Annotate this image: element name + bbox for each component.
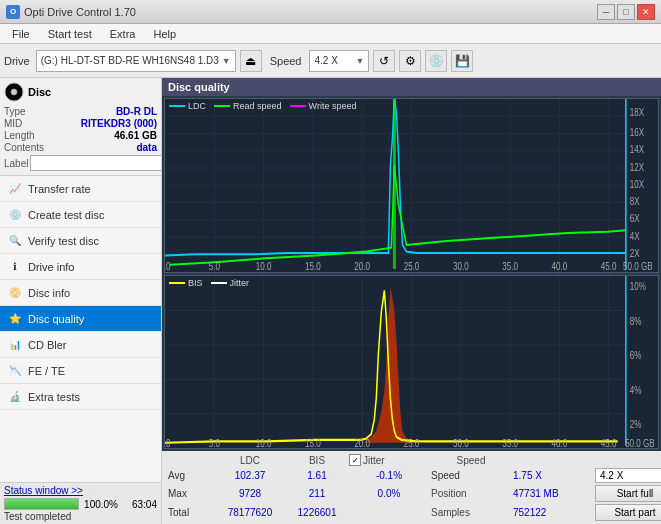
nav-verify-test-disc[interactable]: 🔍 Verify test disc: [0, 228, 161, 254]
eject-button[interactable]: ⏏: [240, 50, 262, 72]
close-button[interactable]: ✕: [637, 4, 655, 20]
disc-type-value: BD-R DL: [116, 106, 157, 117]
status-window-link[interactable]: Status window >>: [4, 485, 83, 496]
disc-section-icon: [4, 82, 24, 102]
svg-text:40.0: 40.0: [552, 436, 568, 448]
disc-label-input[interactable]: [30, 155, 162, 171]
charts-container: LDC Read speed Write speed: [162, 96, 661, 451]
verify-test-disc-icon: 🔍: [8, 234, 22, 248]
avg-jitter-value: -0.1%: [349, 470, 429, 481]
nav-extra-tests[interactable]: 🔬 Extra tests: [0, 384, 161, 410]
jitter-legend-label: Jitter: [230, 278, 250, 288]
nav-cd-bler-label: CD Bler: [28, 339, 67, 351]
speed-select[interactable]: 4.2 X ▼: [309, 50, 369, 72]
nav-extra-tests-label: Extra tests: [28, 391, 80, 403]
top-chart-svg: 18X 16X 14X 12X 10X 8X 6X 4X 2X 9000 800…: [165, 99, 658, 272]
nav-verify-test-disc-label: Verify test disc: [28, 235, 99, 247]
svg-text:10.0: 10.0: [256, 436, 272, 448]
drive-info-icon: ℹ: [8, 260, 22, 274]
svg-text:4%: 4%: [630, 383, 642, 396]
disc-mid-row: MID RITEKDR3 (000): [4, 118, 157, 129]
bis-legend-color: [169, 282, 185, 284]
bis-header: BIS: [287, 455, 347, 466]
completed-text: Test completed: [4, 511, 157, 522]
start-part-button[interactable]: Start part: [595, 504, 661, 521]
max-jitter-value: 0.0%: [349, 488, 429, 499]
nav-transfer-rate[interactable]: 📈 Transfer rate: [0, 176, 161, 202]
menu-file[interactable]: File: [4, 26, 38, 42]
disc-mid-value: RITEKDR3 (000): [81, 118, 157, 129]
svg-text:15.0: 15.0: [305, 436, 321, 448]
progress-bar-inner: [5, 499, 78, 509]
nav-cd-bler[interactable]: 📊 CD Bler: [0, 332, 161, 358]
nav-disc-info[interactable]: 📀 Disc info: [0, 280, 161, 306]
ldc-legend-color: [169, 105, 185, 107]
chart-header: Disc quality: [162, 78, 661, 96]
position-value: 47731 MB: [513, 488, 593, 499]
maximize-button[interactable]: □: [617, 4, 635, 20]
svg-text:5.0: 5.0: [209, 436, 221, 448]
jitter-checkbox[interactable]: ✓: [349, 454, 361, 466]
nav-create-test-disc[interactable]: 💿 Create test disc: [0, 202, 161, 228]
disc-length-value: 46.61 GB: [114, 130, 157, 141]
data-stats-panel: LDC BIS ✓ Jitter Speed Avg 102.37 1.61 -…: [162, 451, 661, 524]
nav-drive-info[interactable]: ℹ Drive info: [0, 254, 161, 280]
chart-bottom-legend: BIS Jitter: [169, 278, 249, 288]
max-ldc-value: 9728: [215, 488, 285, 499]
svg-text:45.0: 45.0: [601, 436, 617, 448]
bis-legend: BIS: [169, 278, 203, 288]
disc-table: Type BD-R DL MID RITEKDR3 (000) Length 4…: [4, 106, 157, 171]
menu-help[interactable]: Help: [145, 26, 184, 42]
svg-text:8%: 8%: [630, 314, 642, 327]
disc-contents-label: Contents: [4, 142, 44, 153]
menu-start-test[interactable]: Start test: [40, 26, 100, 42]
start-full-button[interactable]: Start full: [595, 485, 661, 502]
ldc-legend: LDC: [169, 101, 206, 111]
avg-label: Avg: [168, 470, 213, 481]
settings-button[interactable]: ⚙: [399, 50, 421, 72]
svg-text:6%: 6%: [630, 348, 642, 361]
nav-disc-quality[interactable]: ⭐ Disc quality: [0, 306, 161, 332]
svg-text:14X: 14X: [630, 143, 645, 155]
samples-value: 752122: [513, 507, 593, 518]
speed-label-cell: Speed: [431, 470, 511, 481]
save-button[interactable]: 💾: [451, 50, 473, 72]
svg-text:0.0: 0.0: [165, 260, 171, 271]
svg-text:40.0: 40.0: [552, 260, 568, 271]
avg-ldc-value: 102.37: [215, 470, 285, 481]
svg-text:5.0: 5.0: [209, 260, 220, 271]
svg-text:50.0 GB: 50.0 GB: [625, 436, 655, 448]
speed-header: Speed: [431, 455, 511, 466]
data-headers-row: LDC BIS ✓ Jitter Speed: [168, 454, 655, 466]
max-label: Max: [168, 488, 213, 499]
disc-type-label: Type: [4, 106, 26, 117]
create-test-disc-icon: 💿: [8, 208, 22, 222]
read-speed-legend-label: Read speed: [233, 101, 282, 111]
nav-disc-info-label: Disc info: [28, 287, 70, 299]
speed-dropdown-select[interactable]: 4.2 X ▼: [595, 468, 661, 483]
minimize-button[interactable]: ─: [597, 4, 615, 20]
svg-text:12X: 12X: [630, 161, 645, 173]
avg-row: Avg 102.37 1.61 -0.1% Speed 1.75 X 4.2 X…: [168, 468, 655, 483]
menu-extra[interactable]: Extra: [102, 26, 144, 42]
svg-text:35.0: 35.0: [502, 436, 518, 448]
svg-text:18X: 18X: [630, 106, 645, 118]
read-speed-legend-color: [214, 105, 230, 107]
progress-bar-outer: [4, 498, 79, 510]
svg-text:25.0: 25.0: [404, 436, 420, 448]
status-section: Status window >> 100.0% 63:04 Test compl…: [0, 482, 161, 524]
nav-fe-te[interactable]: 📉 FE / TE: [0, 358, 161, 384]
svg-text:25.0: 25.0: [404, 260, 420, 271]
app-icon: O: [6, 5, 20, 19]
drive-select[interactable]: (G:) HL-DT-ST BD-RE WH16NS48 1.D3 ▼: [36, 50, 236, 72]
disc-button[interactable]: 💿: [425, 50, 447, 72]
ldc-legend-label: LDC: [188, 101, 206, 111]
bottom-chart-svg: 10% 8% 6% 4% 2% 300 250 200 150 100: [165, 276, 658, 449]
total-ldc-value: 78177620: [215, 507, 285, 518]
refresh-button[interactable]: ↺: [373, 50, 395, 72]
svg-point-1: [11, 89, 17, 95]
ldc-header: LDC: [215, 455, 285, 466]
svg-text:30.0: 30.0: [453, 436, 469, 448]
svg-text:8X: 8X: [630, 195, 640, 207]
extra-tests-icon: 🔬: [8, 390, 22, 404]
